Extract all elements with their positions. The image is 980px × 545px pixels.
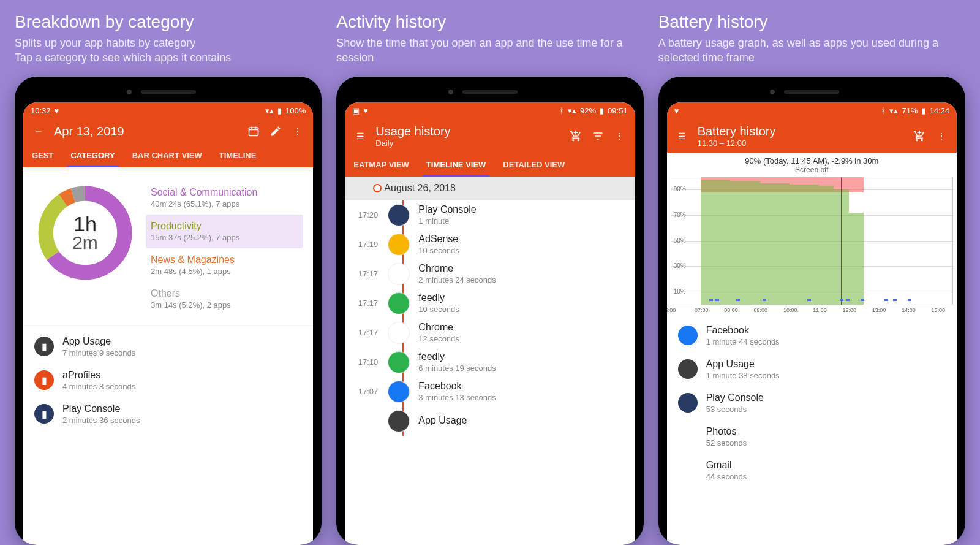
- appbar-date[interactable]: Apr 13, 2019: [54, 124, 124, 139]
- timeline-duration: 10 seconds: [418, 246, 459, 255]
- app-list-item[interactable]: Facebook 1 minute 44 seconds: [667, 319, 957, 353]
- status-battery: 92%: [580, 106, 596, 115]
- panel-title: Battery history: [658, 12, 965, 32]
- timeline-item[interactable]: 17:17 feedly 10 seconds: [345, 289, 635, 318]
- chart-caption-main: 90% (Today, 11:45 AM), -2.9% in 30m: [672, 156, 952, 166]
- app-icon: [388, 234, 410, 256]
- hamburger-menu-icon[interactable]: ☰: [676, 129, 689, 143]
- timeline-item[interactable]: 17:10 feedly 6 minutes 19 seconds: [345, 348, 635, 377]
- app-bar: ☰ Usage history Daily ⋮: [345, 120, 635, 153]
- timeline-app-name: feedly: [418, 351, 496, 362]
- tab-category[interactable]: CATEGORY: [62, 143, 123, 167]
- selection-marker: [841, 177, 842, 305]
- chart-caption: 90% (Today, 11:45 AM), -2.9% in 30m Scre…: [667, 153, 957, 175]
- battery-region: [760, 183, 790, 305]
- app-name: App Usage: [706, 359, 946, 370]
- timeline-item[interactable]: 17:19 AdSense 10 seconds: [345, 230, 635, 259]
- app-duration: 44 seconds: [706, 472, 946, 481]
- app-list-item[interactable]: ▮ App Usage 7 minutes 9 seconds: [23, 330, 313, 364]
- battery-icon: ▮: [600, 106, 604, 115]
- tab-timeline[interactable]: TIMELINE: [211, 143, 265, 167]
- app-icon: [388, 263, 410, 285]
- svg-rect-0: [249, 128, 258, 135]
- back-arrow-icon[interactable]: ←: [32, 124, 45, 138]
- timeline-time: 17:17: [353, 269, 378, 278]
- cart-add-icon[interactable]: [569, 129, 582, 143]
- category-item[interactable]: Social & Communication 40m 24s (65.1%), …: [146, 181, 303, 215]
- timeline-time: 17:07: [353, 387, 378, 396]
- timeline-duration: 6 minutes 19 seconds: [418, 364, 496, 373]
- app-duration: 52 seconds: [706, 438, 946, 448]
- timeline-item[interactable]: App Usage: [345, 406, 635, 436]
- timeline-duration: 1 minute: [418, 216, 476, 226]
- app-icon: [678, 393, 698, 413]
- x-tick-label: 12:00: [843, 307, 857, 313]
- tab-timeline[interactable]: TIMELINE VIEW: [418, 153, 495, 177]
- screen-on-marker: [709, 299, 713, 301]
- status-time: 14:24: [929, 106, 949, 115]
- screen-on-marker: [763, 299, 766, 301]
- x-tick-label: 09:00: [754, 307, 768, 313]
- app-name: Play Console: [706, 392, 946, 403]
- x-tick-label: 13:00: [872, 307, 886, 313]
- timeline-date-header: August 26, 2018: [345, 177, 635, 200]
- filter-icon[interactable]: [591, 129, 605, 143]
- timeline-app-name: Chrome: [418, 263, 496, 274]
- appbar-subtitle: Daily: [375, 139, 450, 148]
- battery-icon: ▮: [277, 106, 282, 115]
- status-battery: 71%: [902, 106, 918, 115]
- app-list-item[interactable]: Photos 52 seconds: [667, 420, 957, 454]
- edit-pencil-icon[interactable]: [269, 124, 282, 138]
- timeline-item[interactable]: 17:20 Play Console 1 minute: [345, 200, 635, 230]
- overflow-menu-icon[interactable]: ⋮: [613, 129, 627, 143]
- phone-frame: ♥ ᚼ ▾▴ 71% ▮ 14:24 ☰ Battery history 11:…: [658, 77, 965, 545]
- app-icon: ▮: [34, 404, 54, 424]
- timeline-app-name: Chrome: [418, 322, 459, 333]
- app-icon: [678, 326, 698, 345]
- app-icon: ▮: [34, 337, 54, 356]
- app-list-item[interactable]: Gmail 44 seconds: [667, 454, 957, 487]
- status-battery: 100%: [285, 106, 306, 115]
- category-item[interactable]: Productivity 15m 37s (25.2%), 7 apps: [146, 215, 303, 248]
- app-icon: [678, 460, 698, 480]
- tab-detailed[interactable]: DETAILED VIEW: [494, 153, 573, 177]
- hamburger-menu-icon[interactable]: ☰: [353, 129, 367, 143]
- calendar-icon[interactable]: [247, 124, 260, 138]
- timeline-duration: 2 minutes 24 seconds: [418, 275, 496, 284]
- screen-on-marker: [715, 299, 719, 301]
- app-list-item[interactable]: Play Console 53 seconds: [667, 386, 957, 420]
- app-list-item[interactable]: App Usage 1 minute 38 seconds: [667, 353, 957, 386]
- app-duration: 1 minute 38 seconds: [706, 371, 946, 380]
- overflow-menu-icon[interactable]: ⋮: [935, 129, 948, 143]
- app-list-item[interactable]: ▮ aProfiles 4 minutes 8 seconds: [23, 364, 313, 397]
- screen-on-marker: [846, 299, 850, 301]
- cart-add-icon[interactable]: [913, 129, 926, 143]
- wifi-icon: ▾▴: [265, 106, 274, 115]
- tab-biggest[interactable]: GEST: [23, 143, 62, 167]
- tab-barchart[interactable]: BAR CHART VIEW: [124, 143, 211, 167]
- screen-on-marker: [736, 299, 740, 301]
- app-name: Facebook: [706, 325, 946, 336]
- screen-on-marker: [884, 299, 888, 301]
- donut-total-sub: 2m: [72, 232, 98, 253]
- status-time: 09:51: [608, 106, 628, 115]
- x-tick-label: 6:00: [667, 307, 676, 313]
- app-name: Gmail: [706, 460, 946, 471]
- app-list-item[interactable]: ▮ Play Console 2 minutes 36 seconds: [23, 397, 313, 431]
- tab-heatmap[interactable]: EATMAP VIEW: [345, 153, 418, 177]
- y-tick-label: 30%: [674, 262, 686, 269]
- timeline-item[interactable]: 17:07 Facebook 3 minutes 13 seconds: [345, 377, 635, 406]
- battery-chart[interactable]: 10%30%50%70%90%6:0007:0008:0009:0010:001…: [671, 177, 953, 305]
- category-name: News & Magazines: [151, 254, 298, 265]
- x-tick-label: 11:00: [813, 307, 827, 313]
- app-icon: [388, 322, 410, 344]
- category-item[interactable]: Others 3m 14s (5.2%), 2 apps: [146, 282, 303, 316]
- x-tick-label: 15:00: [931, 307, 945, 313]
- screen-on-marker: [893, 299, 897, 301]
- timeline-item[interactable]: 17:17 Chrome 12 seconds: [345, 318, 635, 348]
- overflow-menu-icon[interactable]: ⋮: [291, 124, 304, 138]
- category-item[interactable]: News & Magazines 2m 48s (4.5%), 1 apps: [146, 248, 303, 282]
- y-tick-label: 90%: [674, 186, 686, 192]
- tab-strip: GEST CATEGORY BAR CHART VIEW TIMELINE: [23, 143, 313, 167]
- timeline-item[interactable]: 17:17 Chrome 2 minutes 24 seconds: [345, 259, 635, 289]
